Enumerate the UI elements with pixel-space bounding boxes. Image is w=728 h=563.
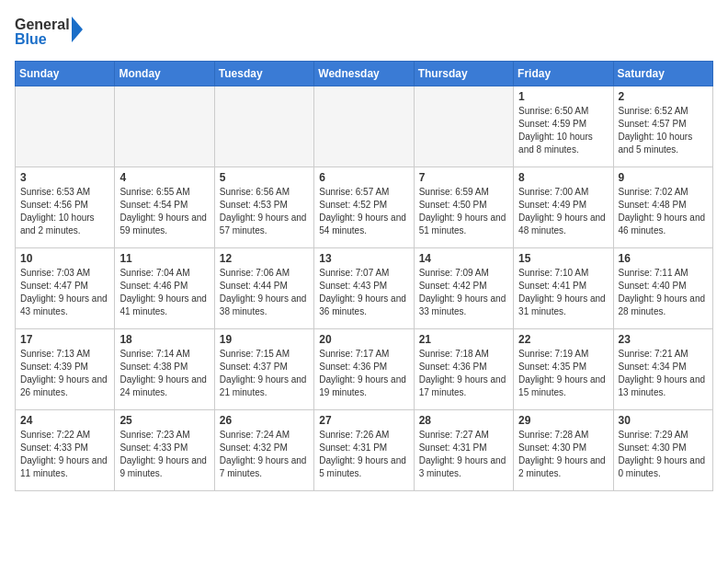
day-info: Sunrise: 7:15 AM Sunset: 4:37 PM Dayligh… [220, 348, 309, 399]
svg-marker-2 [72, 17, 83, 42]
day-number: 3 [20, 171, 109, 184]
day-info: Sunrise: 7:24 AM Sunset: 4:32 PM Dayligh… [220, 429, 309, 480]
header-cell-thursday: Thursday [414, 62, 513, 86]
day-cell: 15Sunrise: 7:10 AM Sunset: 4:41 PM Dayli… [514, 248, 613, 329]
day-number: 19 [220, 333, 309, 346]
day-cell: 20Sunrise: 7:17 AM Sunset: 4:36 PM Dayli… [314, 329, 414, 410]
day-cell: 28Sunrise: 7:27 AM Sunset: 4:31 PM Dayli… [414, 410, 513, 491]
day-info: Sunrise: 7:07 AM Sunset: 4:43 PM Dayligh… [319, 267, 408, 318]
day-cell: 23Sunrise: 7:21 AM Sunset: 4:34 PM Dayli… [613, 329, 712, 410]
header-cell-wednesday: Wednesday [314, 62, 414, 86]
calendar-table: SundayMondayTuesdayWednesdayThursdayFrid… [15, 61, 713, 491]
week-row-2: 3Sunrise: 6:53 AM Sunset: 4:56 PM Daylig… [16, 167, 713, 248]
day-cell: 22Sunrise: 7:19 AM Sunset: 4:35 PM Dayli… [514, 329, 613, 410]
week-row-3: 10Sunrise: 7:03 AM Sunset: 4:47 PM Dayli… [16, 248, 713, 329]
day-info: Sunrise: 7:19 AM Sunset: 4:35 PM Dayligh… [518, 348, 608, 399]
day-number: 7 [419, 171, 508, 184]
week-row-5: 24Sunrise: 7:22 AM Sunset: 4:33 PM Dayli… [16, 410, 713, 491]
day-cell: 10Sunrise: 7:03 AM Sunset: 4:47 PM Dayli… [16, 248, 115, 329]
day-info: Sunrise: 7:02 AM Sunset: 4:48 PM Dayligh… [619, 186, 708, 237]
day-cell: 8Sunrise: 7:00 AM Sunset: 4:49 PM Daylig… [514, 167, 613, 248]
day-info: Sunrise: 7:10 AM Sunset: 4:41 PM Dayligh… [518, 267, 608, 318]
day-cell: 24Sunrise: 7:22 AM Sunset: 4:33 PM Dayli… [16, 410, 115, 491]
day-number: 2 [619, 90, 708, 103]
day-cell: 6Sunrise: 6:57 AM Sunset: 4:52 PM Daylig… [314, 167, 414, 248]
day-cell [16, 86, 115, 167]
day-number: 9 [619, 171, 708, 184]
day-cell: 12Sunrise: 7:06 AM Sunset: 4:44 PM Dayli… [214, 248, 313, 329]
day-number: 27 [319, 414, 408, 427]
day-number: 5 [220, 171, 309, 184]
day-info: Sunrise: 7:18 AM Sunset: 4:36 PM Dayligh… [419, 348, 508, 399]
header-row: SundayMondayTuesdayWednesdayThursdayFrid… [16, 62, 713, 86]
day-cell: 17Sunrise: 7:13 AM Sunset: 4:39 PM Dayli… [16, 329, 115, 410]
header-cell-monday: Monday [115, 62, 214, 86]
day-cell: 26Sunrise: 7:24 AM Sunset: 4:32 PM Dayli… [214, 410, 313, 491]
day-number: 18 [119, 333, 209, 346]
day-number: 6 [319, 171, 408, 184]
svg-text:General: General [15, 17, 70, 32]
day-info: Sunrise: 7:21 AM Sunset: 4:34 PM Dayligh… [619, 348, 708, 399]
day-cell [314, 86, 414, 167]
header: GeneralBlue [15, 15, 713, 50]
header-cell-tuesday: Tuesday [214, 62, 313, 86]
day-number: 12 [220, 252, 309, 265]
day-info: Sunrise: 7:09 AM Sunset: 4:42 PM Dayligh… [419, 267, 508, 318]
day-info: Sunrise: 7:14 AM Sunset: 4:38 PM Dayligh… [119, 348, 209, 399]
day-number: 17 [20, 333, 109, 346]
day-cell: 16Sunrise: 7:11 AM Sunset: 4:40 PM Dayli… [613, 248, 712, 329]
day-info: Sunrise: 7:06 AM Sunset: 4:44 PM Dayligh… [220, 267, 309, 318]
day-number: 22 [518, 333, 608, 346]
day-info: Sunrise: 7:22 AM Sunset: 4:33 PM Dayligh… [20, 429, 109, 480]
day-cell: 13Sunrise: 7:07 AM Sunset: 4:43 PM Dayli… [314, 248, 414, 329]
week-row-4: 17Sunrise: 7:13 AM Sunset: 4:39 PM Dayli… [16, 329, 713, 410]
day-info: Sunrise: 7:23 AM Sunset: 4:33 PM Dayligh… [119, 429, 209, 480]
logo: GeneralBlue [15, 15, 88, 50]
day-cell: 14Sunrise: 7:09 AM Sunset: 4:42 PM Dayli… [414, 248, 513, 329]
week-row-1: 1Sunrise: 6:50 AM Sunset: 4:59 PM Daylig… [16, 86, 713, 167]
day-number: 29 [518, 414, 608, 427]
day-number: 10 [20, 252, 109, 265]
day-cell: 21Sunrise: 7:18 AM Sunset: 4:36 PM Dayli… [414, 329, 513, 410]
logo-svg: GeneralBlue [15, 15, 88, 50]
day-number: 21 [419, 333, 508, 346]
day-number: 16 [619, 252, 708, 265]
day-info: Sunrise: 7:27 AM Sunset: 4:31 PM Dayligh… [419, 429, 508, 480]
day-info: Sunrise: 6:50 AM Sunset: 4:59 PM Dayligh… [518, 105, 608, 156]
day-number: 30 [619, 414, 708, 427]
day-cell: 25Sunrise: 7:23 AM Sunset: 4:33 PM Dayli… [115, 410, 214, 491]
day-info: Sunrise: 7:17 AM Sunset: 4:36 PM Dayligh… [319, 348, 408, 399]
day-number: 8 [518, 171, 608, 184]
day-number: 13 [319, 252, 408, 265]
day-cell: 9Sunrise: 7:02 AM Sunset: 4:48 PM Daylig… [613, 167, 712, 248]
day-info: Sunrise: 6:59 AM Sunset: 4:50 PM Dayligh… [419, 186, 508, 237]
day-info: Sunrise: 7:29 AM Sunset: 4:30 PM Dayligh… [619, 429, 708, 480]
day-info: Sunrise: 7:13 AM Sunset: 4:39 PM Dayligh… [20, 348, 109, 399]
day-number: 15 [518, 252, 608, 265]
day-cell: 18Sunrise: 7:14 AM Sunset: 4:38 PM Dayli… [115, 329, 214, 410]
day-cell: 1Sunrise: 6:50 AM Sunset: 4:59 PM Daylig… [514, 86, 613, 167]
day-cell: 29Sunrise: 7:28 AM Sunset: 4:30 PM Dayli… [514, 410, 613, 491]
day-cell: 2Sunrise: 6:52 AM Sunset: 4:57 PM Daylig… [613, 86, 712, 167]
header-cell-friday: Friday [514, 62, 613, 86]
day-cell: 19Sunrise: 7:15 AM Sunset: 4:37 PM Dayli… [214, 329, 313, 410]
day-info: Sunrise: 6:53 AM Sunset: 4:56 PM Dayligh… [20, 186, 109, 237]
day-cell: 5Sunrise: 6:56 AM Sunset: 4:53 PM Daylig… [214, 167, 313, 248]
day-info: Sunrise: 7:28 AM Sunset: 4:30 PM Dayligh… [518, 429, 608, 480]
day-number: 26 [220, 414, 309, 427]
day-cell: 3Sunrise: 6:53 AM Sunset: 4:56 PM Daylig… [16, 167, 115, 248]
day-number: 14 [419, 252, 508, 265]
day-info: Sunrise: 7:11 AM Sunset: 4:40 PM Dayligh… [619, 267, 708, 318]
day-cell [414, 86, 513, 167]
day-info: Sunrise: 7:04 AM Sunset: 4:46 PM Dayligh… [119, 267, 209, 318]
day-info: Sunrise: 6:56 AM Sunset: 4:53 PM Dayligh… [220, 186, 309, 237]
day-number: 23 [619, 333, 708, 346]
day-info: Sunrise: 7:03 AM Sunset: 4:47 PM Dayligh… [20, 267, 109, 318]
day-cell: 30Sunrise: 7:29 AM Sunset: 4:30 PM Dayli… [613, 410, 712, 491]
day-number: 25 [119, 414, 209, 427]
day-info: Sunrise: 6:57 AM Sunset: 4:52 PM Dayligh… [319, 186, 408, 237]
day-number: 28 [419, 414, 508, 427]
day-cell: 4Sunrise: 6:55 AM Sunset: 4:54 PM Daylig… [115, 167, 214, 248]
day-cell: 7Sunrise: 6:59 AM Sunset: 4:50 PM Daylig… [414, 167, 513, 248]
day-info: Sunrise: 6:55 AM Sunset: 4:54 PM Dayligh… [119, 186, 209, 237]
